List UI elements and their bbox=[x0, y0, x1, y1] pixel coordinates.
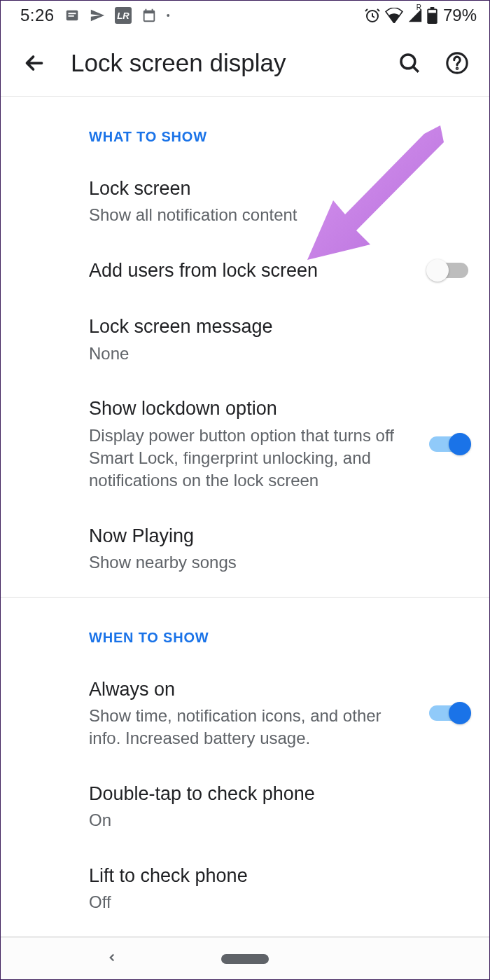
navigation-bar bbox=[1, 937, 489, 979]
help-button[interactable] bbox=[442, 48, 472, 78]
setting-subtitle: Show all notification content bbox=[89, 204, 454, 226]
search-button[interactable] bbox=[394, 48, 425, 78]
battery-percent: 79% bbox=[443, 6, 477, 25]
chevron-left-icon bbox=[106, 951, 118, 964]
section-what-to-show: WHAT TO SHOW Lock screen Show all notifi… bbox=[1, 97, 489, 598]
toggle-add-users[interactable] bbox=[429, 263, 468, 278]
nav-home-pill[interactable] bbox=[221, 954, 269, 964]
setting-title: Now Playing bbox=[89, 523, 454, 548]
svg-rect-6 bbox=[428, 10, 436, 13]
setting-lock-message[interactable]: Lock screen message None bbox=[1, 298, 489, 380]
setting-subtitle: Show nearby songs bbox=[89, 551, 454, 574]
setting-title: Add users from lock screen bbox=[89, 258, 415, 283]
battery-icon bbox=[427, 7, 438, 24]
setting-title: Lock screen bbox=[89, 176, 454, 201]
setting-subtitle: Show time, notification icons, and other… bbox=[89, 705, 415, 750]
setting-now-playing[interactable]: Now Playing Show nearby songs bbox=[1, 508, 489, 590]
status-time: 5:26 bbox=[20, 6, 55, 25]
nav-back-button[interactable] bbox=[106, 951, 118, 967]
notification-calendar-icon bbox=[141, 8, 157, 23]
setting-lockdown[interactable]: Show lockdown option Display power butto… bbox=[1, 380, 489, 508]
setting-subtitle: On bbox=[89, 809, 454, 831]
section-header: WHAT TO SHOW bbox=[1, 97, 489, 160]
status-bar: 5:26 LR • R bbox=[1, 1, 489, 30]
section-header: WHEN TO SHOW bbox=[1, 598, 489, 661]
setting-always-on[interactable]: Always on Show time, notification icons,… bbox=[1, 661, 489, 766]
toggle-always-on[interactable] bbox=[429, 705, 468, 721]
setting-subtitle: Off bbox=[89, 891, 454, 913]
setting-lift-check[interactable]: Lift to check phone Off bbox=[1, 848, 489, 930]
setting-title: Lock screen message bbox=[89, 314, 454, 339]
help-icon bbox=[445, 51, 469, 75]
notification-dot-icon: • bbox=[167, 10, 170, 21]
alarm-icon bbox=[364, 7, 381, 24]
notification-message-icon bbox=[64, 8, 80, 23]
toggle-lockdown[interactable] bbox=[429, 436, 468, 452]
back-button[interactable] bbox=[18, 46, 51, 80]
setting-subtitle: Display power button option that turns o… bbox=[89, 425, 415, 492]
svg-point-7 bbox=[401, 55, 415, 69]
setting-double-tap[interactable]: Double-tap to check phone On bbox=[1, 766, 489, 848]
section-when-to-show: WHEN TO SHOW Always on Show time, notifi… bbox=[1, 598, 489, 937]
app-bar: Lock screen display bbox=[1, 30, 489, 97]
setting-subtitle: None bbox=[89, 343, 454, 365]
search-icon bbox=[398, 51, 421, 75]
setting-title: Always on bbox=[89, 677, 415, 702]
page-title: Lock screen display bbox=[71, 49, 394, 77]
setting-title: Show lockdown option bbox=[89, 396, 415, 421]
setting-lock-screen[interactable]: Lock screen Show all notification conten… bbox=[1, 160, 489, 242]
wifi-icon bbox=[385, 8, 403, 23]
svg-rect-5 bbox=[430, 7, 434, 9]
setting-add-users[interactable]: Add users from lock screen bbox=[1, 242, 489, 298]
signal-icon: R bbox=[407, 8, 423, 23]
settings-content: WHAT TO SHOW Lock screen Show all notifi… bbox=[1, 97, 489, 937]
setting-title: Double-tap to check phone bbox=[89, 781, 454, 806]
svg-text:LR: LR bbox=[117, 11, 130, 21]
svg-point-9 bbox=[456, 68, 457, 69]
notification-app-icon: LR bbox=[115, 7, 132, 24]
notification-send-icon bbox=[90, 8, 105, 23]
setting-title: Lift to check phone bbox=[89, 863, 454, 888]
arrow-left-icon bbox=[22, 50, 47, 76]
